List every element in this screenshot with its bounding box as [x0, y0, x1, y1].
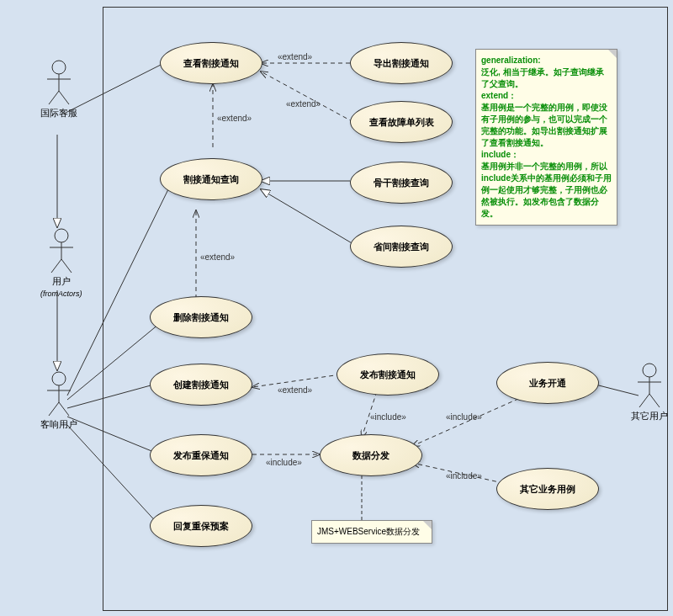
note-jms-text: JMS+WEBService数据分发: [317, 527, 420, 536]
svg-line-39: [639, 394, 649, 407]
note-l5: include：: [481, 150, 519, 159]
svg-line-24: [49, 91, 59, 104]
svg-line-35: [59, 402, 69, 416]
label-extend-2: «extend»: [286, 99, 321, 109]
uc-data-dist: 数据分发: [320, 434, 422, 476]
actor-user-sublabel: (fromActors): [40, 289, 82, 298]
actor-user: 用户 (fromActors): [40, 227, 82, 298]
actor-other: 其它用户: [631, 362, 668, 422]
diagram-canvas: 国际客服 用户 (fromActors) 客响用户 其它用户 查看割接通知 导出…: [0, 0, 673, 616]
label-include-3: «include»: [446, 412, 482, 422]
uc-reply-plan: 回复重保预案: [150, 505, 252, 547]
note-l4: 基用例是一个完整的用例，即使没有子用例的参与，也可以完成一个完整的功能。如导出割…: [481, 103, 607, 147]
label-extend-5: «extend»: [278, 385, 312, 395]
actor-other-label: 其它用户: [631, 410, 668, 422]
uc-export-cut: 导出割接通知: [350, 42, 453, 84]
svg-line-29: [51, 259, 61, 273]
note-main: generalization: 泛化, 相当于继承。如子查询继承了父查询。 ex…: [475, 49, 617, 226]
uc-publish-major: 发布重保通知: [150, 434, 252, 476]
label-include-1: «include»: [370, 412, 406, 422]
label-extend-4: «extend»: [200, 252, 235, 262]
svg-line-34: [49, 402, 59, 416]
svg-point-31: [52, 372, 66, 385]
svg-line-40: [649, 394, 660, 407]
note-jms: JMS+WEBService数据分发: [311, 520, 432, 544]
uc-prov: 省间割接查询: [350, 226, 453, 268]
svg-line-30: [61, 259, 72, 273]
uc-cut-query: 割接通知查询: [160, 158, 262, 200]
label-extend-1: «extend»: [278, 52, 312, 61]
uc-backbone: 骨干割接查询: [350, 162, 453, 204]
svg-line-25: [59, 91, 69, 104]
note-l2: 泛化, 相当于继承。如子查询继承了父查询。: [481, 67, 604, 88]
uc-other-biz: 其它业务用例: [496, 468, 599, 510]
uc-del-cut: 删除割接通知: [150, 296, 252, 338]
svg-point-26: [55, 229, 68, 242]
actor-crm: 客响用户: [40, 370, 77, 431]
actor-user-label: 用户: [40, 275, 82, 288]
actor-intl-label: 国际客服: [40, 107, 77, 119]
uc-publish-cut: 发布割接通知: [336, 353, 439, 396]
uc-view-fault: 查看故障单列表: [350, 101, 453, 143]
uc-biz-open: 业务开通: [496, 362, 599, 404]
actor-intl: 国际客服: [40, 59, 77, 119]
label-include-4: «include»: [446, 471, 482, 481]
uc-create-cut: 创建割接通知: [150, 364, 252, 406]
uc-view-cut: 查看割接通知: [160, 42, 262, 84]
label-extend-3: «extend»: [217, 114, 252, 123]
note-l6: 基用例并非一个完整的用例，所以include关系中的基用例必须和子用例一起使用才…: [481, 162, 612, 218]
label-include-2: «include»: [266, 458, 302, 467]
svg-point-21: [52, 61, 66, 74]
svg-point-36: [643, 364, 656, 377]
note-l1: generalization:: [481, 56, 541, 65]
note-l3: extend：: [481, 91, 517, 100]
actor-crm-label: 客响用户: [40, 418, 77, 431]
